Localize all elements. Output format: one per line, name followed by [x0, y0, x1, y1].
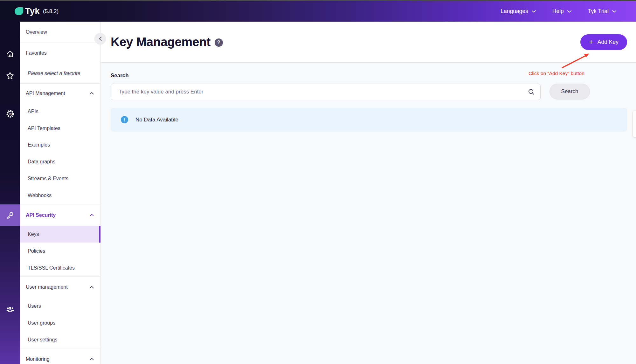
tyk-trial-label: Tyk Trial — [588, 8, 609, 15]
chevron-down-icon — [532, 10, 536, 13]
chevron-up-icon — [89, 358, 94, 361]
sidebar-item-label: Overview — [26, 29, 94, 35]
chevron-up-icon — [89, 286, 94, 289]
users-icon[interactable] — [0, 305, 20, 314]
section-label: User management — [26, 284, 89, 290]
search-button[interactable]: Search — [550, 84, 590, 100]
page-title: Key Management — [111, 35, 211, 49]
sidebar-section-api-security[interactable]: API Security — [20, 204, 100, 226]
sidebar-item-label: API Templates — [28, 126, 94, 131]
sidebar-section-user-management[interactable]: User management — [20, 277, 100, 298]
svg-text:</>: </> — [8, 113, 12, 115]
sidebar: Overview Favorites Please select a favor… — [20, 22, 101, 364]
chevron-left-icon — [99, 36, 102, 41]
tyk-logo-text: Tyk — [25, 6, 40, 16]
plus-icon: + — [589, 38, 593, 46]
topbar: Tyk (5.8.2) Languages Help Tyk Trial — [0, 0, 636, 22]
page-header: Key Management ? + Add Key — [101, 22, 636, 63]
annotation-text: Click on “Add Key” button — [529, 71, 584, 76]
sidebar-item-users[interactable]: Users — [20, 298, 100, 314]
section-label: API Management — [26, 91, 89, 96]
version-label: (5.8.2) — [43, 8, 59, 15]
sidebar-item-api-templates[interactable]: API Templates — [20, 120, 100, 137]
search-icon — [528, 88, 535, 97]
content-panel: Search Search ! No Data Available — [101, 63, 636, 364]
sidebar-item-label: User groups — [28, 320, 94, 326]
add-key-button[interactable]: + Add Key — [580, 34, 627, 50]
sidebar-item-label: APIs — [28, 109, 94, 114]
sidebar-item-examples[interactable]: Examples — [20, 137, 100, 153]
home-icon[interactable] — [0, 50, 20, 58]
sidebar-item-label: Users — [28, 303, 94, 309]
sidebar-item-user-groups[interactable]: User groups — [20, 314, 100, 331]
key-icon[interactable] — [0, 211, 20, 220]
search-input-wrap — [111, 84, 541, 100]
gear-code-icon[interactable]: </> — [0, 109, 20, 118]
no-data-banner: ! No Data Available — [111, 108, 627, 132]
languages-label: Languages — [501, 8, 528, 15]
help-menu[interactable]: Help — [552, 8, 571, 15]
sidebar-item-data-graphs[interactable]: Data graphs — [20, 153, 100, 170]
sidebar-section-monitoring[interactable]: Monitoring — [20, 348, 100, 364]
tyk-logo-icon — [15, 7, 23, 15]
sidebar-item-label: Favorites — [26, 50, 94, 56]
tyk-logo: Tyk (5.8.2) — [0, 6, 59, 16]
chevron-down-icon — [612, 10, 616, 13]
sidebar-section-api-management[interactable]: API Management — [20, 84, 100, 103]
sidebar-item-user-settings[interactable]: User settings — [20, 331, 100, 348]
sidebar-item-apis[interactable]: APIs — [20, 103, 100, 120]
sidebar-item-label: Data graphs — [28, 159, 94, 165]
info-icon: ! — [121, 116, 128, 123]
scrollbar-thumb[interactable] — [633, 111, 636, 137]
search-row: Search — [111, 84, 627, 100]
sidebar-item-policies[interactable]: Policies — [20, 243, 100, 259]
topnav: Languages Help Tyk Trial — [501, 8, 636, 15]
help-label: Help — [552, 8, 564, 15]
sidebar-item-keys[interactable]: Keys — [20, 226, 100, 243]
chevron-up-icon — [89, 214, 94, 216]
sidebar-item-overview[interactable]: Overview — [20, 22, 100, 43]
section-label: API Security — [26, 212, 89, 218]
sidebar-item-label: Webhooks — [28, 193, 94, 198]
tyk-trial-menu[interactable]: Tyk Trial — [588, 8, 616, 15]
icon-rail: </> — [0, 22, 20, 364]
sidebar-item-tls-ssl-certificates[interactable]: TLS/SSL Certificates — [20, 259, 100, 277]
sidebar-item-label: User settings — [28, 337, 94, 343]
favorites-empty-hint: Please select a favorite — [20, 63, 100, 84]
sidebar-item-label: Policies — [28, 248, 94, 254]
add-key-label: Add Key — [598, 39, 619, 45]
sidebar-item-label: Examples — [28, 142, 94, 148]
search-input[interactable] — [111, 84, 541, 100]
section-label: Monitoring — [26, 356, 89, 362]
hint-label: Please select a favorite — [28, 71, 94, 76]
star-icon[interactable] — [0, 72, 20, 80]
help-icon[interactable]: ? — [215, 38, 223, 47]
sidebar-item-label: Keys — [28, 231, 93, 237]
sidebar-item-label: Streams & Events — [28, 176, 94, 182]
sidebar-item-streams-events[interactable]: Streams & Events — [20, 170, 100, 187]
sidebar-item-webhooks[interactable]: Webhooks — [20, 187, 100, 204]
no-data-text: No Data Available — [135, 117, 178, 123]
languages-menu[interactable]: Languages — [501, 8, 536, 15]
chevron-down-icon — [567, 10, 571, 13]
chevron-up-icon — [89, 92, 94, 95]
sidebar-collapse-button[interactable] — [94, 33, 106, 45]
sidebar-item-favorites[interactable]: Favorites — [20, 43, 100, 63]
sidebar-item-label: TLS/SSL Certificates — [28, 265, 94, 271]
